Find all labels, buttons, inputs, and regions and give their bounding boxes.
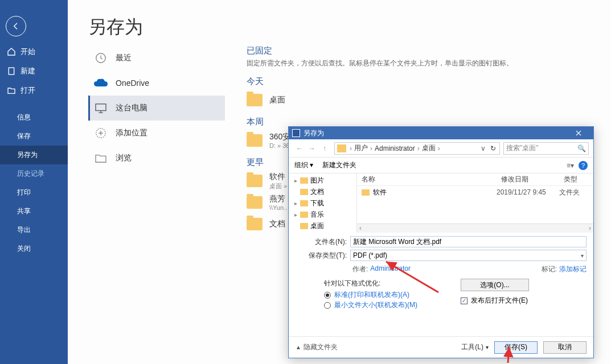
- close-button[interactable]: [567, 127, 590, 139]
- tags-value[interactable]: 添加标记: [559, 264, 587, 274]
- search-input[interactable]: 搜索"桌面" 🔍: [503, 142, 589, 155]
- nav-label: 关闭: [17, 244, 31, 254]
- savetype-select[interactable]: PDF (*.pdf) ▾: [350, 250, 587, 261]
- word-icon: [292, 129, 300, 137]
- options-button[interactable]: 选项(O)...: [461, 279, 529, 291]
- nav-open[interactable]: 打开: [0, 81, 68, 100]
- folder-icon: [247, 175, 263, 187]
- nav-label: 保存: [17, 131, 31, 141]
- nav-export[interactable]: 导出: [0, 221, 68, 239]
- loc-browse[interactable]: 浏览: [88, 146, 225, 171]
- filename-label: 文件名(N):: [296, 237, 350, 247]
- chevron-down-icon: ▾: [486, 344, 489, 350]
- nav-label: 历史记录: [17, 169, 44, 179]
- add-location-icon: [94, 126, 108, 140]
- triangle-up-icon: ▲: [296, 344, 301, 350]
- loc-label: 这台电脑: [116, 103, 147, 113]
- folder-entry[interactable]: 桌面: [247, 89, 600, 111]
- nav-history[interactable]: 历史记录: [0, 164, 68, 183]
- location-list: 最近 OneDrive 这台电脑 添加位置 浏览: [88, 46, 225, 171]
- pinned-desc: 固定所需文件夹，方便以后查找。鼠标悬停在某个文件夹上方时，单击显示的图钉图标。: [247, 59, 600, 68]
- chevron-down-icon: ▾: [581, 253, 584, 259]
- nav-fwd-icon[interactable]: →: [306, 142, 318, 155]
- dialog-title: 另存为: [304, 129, 324, 138]
- optimize-label: 针对以下格式优化:: [324, 279, 455, 288]
- dialog-toolbar: 组织 ▾ 新建文件夹 ≡▾ ?: [289, 158, 593, 173]
- nav-label: 信息: [17, 113, 31, 122]
- save-button[interactable]: 保存(S): [494, 341, 538, 354]
- nav-up-icon[interactable]: ↑: [318, 142, 331, 155]
- loc-recent[interactable]: 最近: [88, 46, 225, 71]
- dialog-titlebar[interactable]: 另存为: [289, 127, 593, 139]
- folder-icon: [247, 218, 263, 230]
- author-value[interactable]: Administrator: [370, 264, 411, 274]
- nav-share[interactable]: 共享: [0, 202, 68, 221]
- nav-home[interactable]: 开始: [0, 42, 68, 61]
- filename-input[interactable]: [350, 236, 587, 247]
- hide-folders-toggle[interactable]: ▲ 隐藏文件夹: [296, 342, 338, 352]
- help-icon[interactable]: ?: [579, 161, 588, 170]
- loc-label: OneDrive: [116, 78, 149, 88]
- file-list: 名称 修改日期 类型 软件 2019/11/27 9:45 文件夹 ‹›: [357, 173, 593, 233]
- browse-folder-icon: [94, 151, 108, 165]
- tools-menu[interactable]: 工具(L)▾: [461, 342, 489, 352]
- newfolder-button[interactable]: 新建文件夹: [322, 160, 356, 170]
- tree-item[interactable]: 桌面: [289, 220, 356, 231]
- page-title: 另存为: [68, 0, 611, 46]
- tree-item[interactable]: ▸音乐: [289, 209, 356, 220]
- pinned-header: 已固定: [247, 46, 600, 56]
- loc-label: 添加位置: [116, 128, 147, 138]
- nav-back-icon[interactable]: ←: [293, 142, 306, 155]
- nav-label: 打印: [17, 188, 31, 197]
- nav-print[interactable]: 打印: [0, 183, 68, 202]
- back-button[interactable]: [6, 16, 26, 36]
- nav-label: 共享: [17, 206, 31, 216]
- radio-icon: [324, 302, 331, 309]
- folder-icon: [247, 196, 263, 209]
- pc-icon: [94, 101, 108, 115]
- savetype-label: 保存类型(T):: [296, 251, 350, 260]
- breadcrumb[interactable]: › 用户› Administrator› 桌面› ∨ ↻: [334, 142, 500, 155]
- loc-addplace[interactable]: 添加位置: [88, 121, 225, 146]
- h-scrollbar[interactable]: ‹›: [357, 224, 593, 233]
- organize-button[interactable]: 组织 ▾: [294, 160, 313, 170]
- clock-icon: [94, 51, 108, 65]
- loc-label: 最近: [116, 53, 132, 63]
- loc-label: 浏览: [116, 153, 132, 163]
- backstage-sidebar: 开始 新建 打开 信息 保存 另存为 历史记录 打印 共享 导出 关闭: [0, 0, 68, 364]
- folder-icon: [362, 189, 370, 196]
- tree-item[interactable]: ▸下载: [289, 197, 356, 209]
- nav-saveas[interactable]: 另存为: [0, 146, 68, 164]
- tree-item[interactable]: ▸图片: [289, 175, 356, 186]
- cancel-button[interactable]: 取消: [543, 341, 587, 354]
- optimize-minsize-radio[interactable]: 最小文件大小(联机发布)(M): [324, 301, 455, 309]
- folder-icon: [337, 144, 346, 152]
- optimize-standard-radio[interactable]: 标准(打印和联机发布)(A): [324, 291, 455, 299]
- search-icon: 🔍: [577, 144, 586, 152]
- radio-icon: [324, 292, 331, 299]
- folder-icon: [247, 134, 263, 147]
- cloud-icon: [94, 76, 108, 90]
- view-icon[interactable]: ≡▾: [567, 162, 574, 169]
- loc-thispc[interactable]: 这台电脑: [88, 96, 225, 121]
- nav-save[interactable]: 保存: [0, 127, 68, 146]
- svg-rect-0: [9, 68, 14, 75]
- nav-label: 开始: [20, 47, 35, 57]
- dialog-nav: ← → ↑ › 用户› Administrator› 桌面› ∨ ↻ 搜索"桌面…: [289, 139, 593, 158]
- nav-label: 打开: [20, 85, 35, 96]
- file-row[interactable]: 软件 2019/11/27 9:45 文件夹: [357, 186, 593, 198]
- author-label: 作者:: [352, 264, 368, 274]
- openafter-checkbox[interactable]: ✓ 发布后打开文件(E): [461, 296, 587, 305]
- saveas-dialog: 另存为 ← → ↑ › 用户› Administrator› 桌面› ∨ ↻ 搜…: [288, 126, 594, 358]
- dialog-body: ▸图片 文档 ▸下载 ▸音乐 桌面 ▸64WinXP (C:) 名称 修改日期 …: [289, 173, 593, 233]
- file-list-header[interactable]: 名称 修改日期 类型: [357, 173, 593, 186]
- nav-label: 另存为: [17, 150, 38, 160]
- nav-new[interactable]: 新建: [0, 61, 68, 81]
- folder-icon: [247, 94, 263, 106]
- dialog-fields: 文件名(N): 保存类型(T): PDF (*.pdf) ▾ 作者: Admin…: [289, 233, 593, 319]
- loc-onedrive[interactable]: OneDrive: [88, 71, 225, 96]
- nav-info[interactable]: 信息: [0, 108, 68, 127]
- folder-tree[interactable]: ▸图片 文档 ▸下载 ▸音乐 桌面 ▸64WinXP (C:): [289, 173, 357, 233]
- tree-item[interactable]: 文档: [289, 186, 356, 197]
- nav-close[interactable]: 关闭: [0, 239, 68, 258]
